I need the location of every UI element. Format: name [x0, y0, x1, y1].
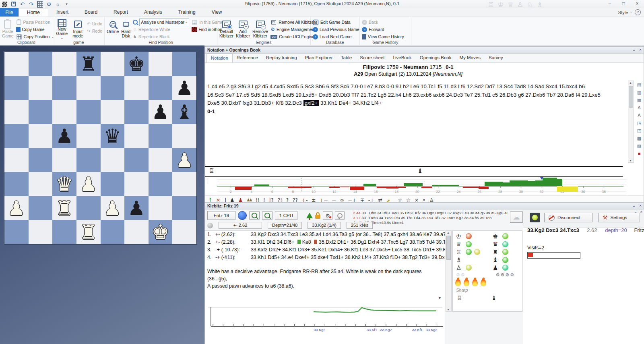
ribbon-tab-analysis[interactable]: Analysis: [136, 8, 170, 17]
close-button[interactable]: ×: [630, 0, 644, 8]
side-toolbar-icon-6[interactable]: ◰: [637, 127, 641, 135]
moves-line[interactable]: Dxe5 30.Dxb7 fxg3 31.Db3+ Kf8 32.Dc3 gxf…: [207, 99, 616, 108]
piece-white-pawn[interactable]: ♟: [76, 172, 101, 196]
create-uci-engine-button[interactable]: UCICreate UCI Engine: [270, 33, 317, 40]
board-square[interactable]: [172, 124, 196, 148]
side-toolbar-icon-9[interactable]: ■: [638, 150, 641, 157]
tab-livebook[interactable]: LiveBook: [389, 54, 416, 62]
panel-collapse-icon[interactable]: ⌄: [632, 203, 636, 209]
engine-line-3[interactable]: 3.-+ (-10.73):33.Kxf2 Dh2+ 34.Kf1 Dh3+ 3…: [205, 246, 445, 254]
board-square[interactable]: [172, 52, 196, 76]
annotation-symbol[interactable]: ♟♟: [247, 198, 252, 202]
piece-black-pawn[interactable]: ♟: [149, 100, 173, 124]
board-square[interactable]: [124, 172, 149, 196]
repertoire-white-button[interactable]: ♘Repertoire White: [133, 26, 189, 33]
piece-black-queen[interactable]: ♛: [101, 124, 125, 148]
tab-file[interactable]: File: [0, 8, 19, 17]
online-button[interactable]: Online: [107, 18, 119, 40]
notation-panel-titlebar[interactable]: Notation + Openings Book ⌄ ×: [205, 47, 644, 54]
eval-bar[interactable]: [485, 182, 503, 186]
paste-position-button[interactable]: Paste Position: [16, 19, 54, 25]
engine-line-4[interactable]: 4.-+ (-#11):33.Kh1 Dd5+ 34.e4 Dxe4+ 35.d…: [205, 254, 445, 261]
load-previous-game-button[interactable]: ‹Load Previous Game: [313, 26, 359, 33]
default-kibitzer-button[interactable]: ◉ Default Kibitzer: [219, 18, 233, 40]
board-square[interactable]: [101, 52, 125, 76]
style-caret-icon[interactable]: ⌄: [630, 10, 633, 14]
scroll-down-icon[interactable]: ▼: [446, 308, 450, 311]
lightbulb-icon[interactable]: [335, 211, 345, 220]
minimize-button[interactable]: –: [603, 0, 617, 8]
tab-score-sheet[interactable]: Score sheet: [356, 54, 388, 62]
piece-white-pawn[interactable]: ♟: [101, 196, 125, 220]
scrollbar-thumb[interactable]: [446, 236, 451, 260]
input-mode-button[interactable]: Input mode: [71, 18, 85, 40]
board-square[interactable]: [124, 124, 149, 148]
piece-black-rook[interactable]: ♜: [76, 52, 101, 76]
board-square[interactable]: [52, 76, 76, 100]
board-square[interactable]: [101, 172, 125, 196]
ribbon-tab-training[interactable]: Training: [170, 8, 204, 17]
edit-game-data-button[interactable]: Edit Game Data: [313, 19, 359, 25]
piece-white-king[interactable]: ♚: [149, 220, 173, 244]
eval-bar[interactable]: [254, 184, 269, 186]
maximize-button[interactable]: □: [617, 0, 630, 8]
eval-bar[interactable]: [421, 187, 432, 188]
board-square[interactable]: [124, 148, 149, 172]
board-square[interactable]: [4, 172, 29, 196]
piece-black-pawn[interactable]: ♟: [124, 196, 149, 220]
scroll-up-icon[interactable]: ▲: [446, 231, 450, 234]
eval-bar[interactable]: [479, 187, 489, 189]
repertoire-black-button[interactable]: ♞Repertoire Black: [133, 33, 189, 40]
board-square[interactable]: [52, 100, 76, 124]
chess-board[interactable]: ♜♚♟♟♝♟♛♟♛♟♟♜♟♟♜♚: [4, 52, 197, 245]
piece-black-king[interactable]: ♚: [124, 52, 149, 76]
board-square[interactable]: [149, 76, 173, 100]
cpu-count-button[interactable]: 1 CPU: [275, 211, 297, 220]
eval-bar[interactable]: [442, 185, 459, 186]
undo-button[interactable]: ↶Undo: [87, 21, 102, 27]
board-square[interactable]: [29, 148, 53, 172]
tab-replay-training[interactable]: Replay training: [262, 54, 301, 62]
board-square[interactable]: [76, 148, 101, 172]
zoom-in-icon[interactable]: [249, 211, 260, 220]
remove-kibitzer-button[interactable]: − Remove Kibitzer: [252, 18, 268, 40]
tab-plan-explorer[interactable]: Plan Explorer: [301, 54, 337, 62]
panel-close-icon[interactable]: ×: [639, 203, 642, 209]
board-square[interactable]: [149, 148, 173, 172]
board-square[interactable]: [29, 100, 53, 124]
board-square[interactable]: [29, 124, 53, 148]
gear-icon[interactable]: ⚙: [46, 1, 52, 7]
piece-white-rook[interactable]: ♜: [76, 220, 101, 244]
undo-icon[interactable]: ↶: [19, 1, 25, 7]
quick-access-caret-icon[interactable]: ▾: [64, 1, 70, 7]
ribbon-tab-report[interactable]: Report: [105, 8, 136, 17]
scroll-up-icon[interactable]: ▲: [628, 81, 633, 84]
add-kibitzer-button[interactable]: + Add Kibitzer: [236, 18, 250, 40]
forward-button[interactable]: »Forward: [362, 26, 404, 33]
side-toolbar-icon-2[interactable]: ▦: [637, 96, 641, 104]
board-square[interactable]: [29, 76, 53, 100]
eval-bar[interactable]: [363, 184, 376, 186]
board-square[interactable]: [149, 124, 173, 148]
ribbon-tab-insert[interactable]: Insert: [48, 8, 76, 17]
engine-stop-icon[interactable]: [238, 211, 247, 220]
ribbon-tab-home[interactable]: Home: [19, 8, 48, 17]
engine-select-button[interactable]: Fritz 19: [207, 211, 235, 220]
scroll-down-icon[interactable]: ▼: [628, 159, 633, 162]
back-button[interactable]: «Back: [362, 19, 404, 25]
side-toolbar-icon-4[interactable]: A: [638, 112, 640, 119]
board-square[interactable]: [29, 220, 53, 244]
redo-icon[interactable]: ↷: [28, 1, 34, 7]
board-square[interactable]: [52, 148, 76, 172]
notation-scrollbar[interactable]: ▲ ▼: [628, 81, 634, 163]
board-square[interactable]: [172, 196, 196, 220]
notation-arrow-icon[interactable]: [306, 213, 313, 218]
ribbon-tab-view[interactable]: View: [204, 8, 230, 17]
eval-bar[interactable]: [350, 187, 364, 190]
board-square[interactable]: [4, 52, 29, 76]
cloud-engine-button[interactable]: ☁: [510, 211, 523, 223]
piece-white-rook[interactable]: ♜: [52, 196, 76, 220]
evaluation-profile-chart[interactable]: 2468101214161820222426283032343638: [205, 177, 631, 195]
paste-game-button[interactable]: Paste Game: [2, 18, 14, 40]
save-icon[interactable]: [10, 1, 17, 7]
